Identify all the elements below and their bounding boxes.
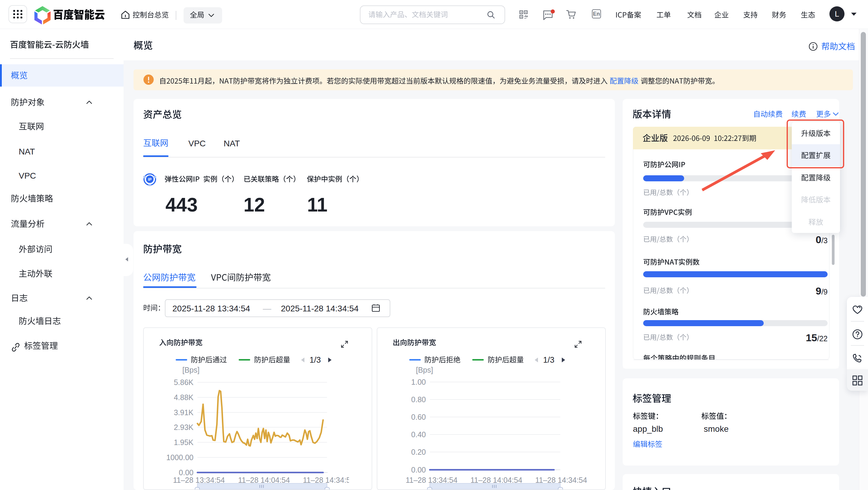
svg-text:IP: IP — [148, 177, 152, 182]
